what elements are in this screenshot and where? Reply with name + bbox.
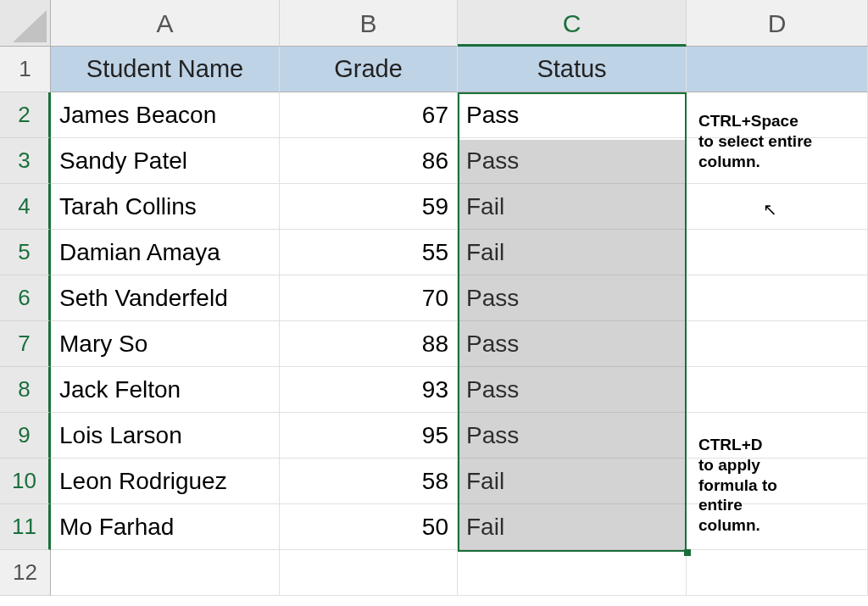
cell-B1[interactable]: Grade	[280, 47, 458, 92]
cell-D1[interactable]	[687, 47, 868, 92]
cell-A9[interactable]: Lois Larson	[51, 413, 280, 459]
cell-B10[interactable]: 58	[280, 459, 458, 504]
cell-B5[interactable]: 55	[280, 230, 458, 275]
cell-C8[interactable]: Pass	[458, 367, 687, 413]
column-header-D[interactable]: D	[687, 0, 868, 47]
cell-A6[interactable]: Seth Vanderfeld	[51, 275, 280, 321]
row-header-7[interactable]: 7	[0, 321, 51, 367]
column-header-C[interactable]: C	[458, 0, 687, 47]
row-header-10[interactable]: 10	[0, 459, 51, 504]
cell-D7[interactable]	[687, 321, 868, 367]
cell-B8[interactable]: 93	[280, 367, 458, 413]
row-header-9[interactable]: 9	[0, 413, 51, 459]
cell-C9[interactable]: Pass	[458, 413, 687, 459]
cell-C4[interactable]: Fail	[458, 184, 687, 230]
row-header-12[interactable]: 12	[0, 550, 51, 596]
table-row: Mary So88Pass	[51, 321, 868, 367]
table-row: Seth Vanderfeld70Pass	[51, 275, 868, 321]
cell-B2[interactable]: 67	[280, 92, 458, 138]
select-all-corner[interactable]	[0, 0, 51, 47]
cell-A2[interactable]: James Beacon	[51, 92, 280, 138]
column-headers: A B C D	[51, 0, 868, 47]
cell-A7[interactable]: Mary So	[51, 321, 280, 367]
header-row: Student NameGradeStatus	[51, 47, 868, 92]
table-row: Jack Felton93Pass	[51, 367, 868, 413]
cell-B6[interactable]: 70	[280, 275, 458, 321]
cell-C7[interactable]: Pass	[458, 321, 687, 367]
row-header-6[interactable]: 6	[0, 275, 51, 321]
cell-A8[interactable]: Jack Felton	[51, 367, 280, 413]
cell-C6[interactable]: Pass	[458, 275, 687, 321]
cell-C5[interactable]: Fail	[458, 230, 687, 275]
cell-C1[interactable]: Status	[458, 47, 687, 92]
cell-B12[interactable]	[280, 550, 458, 596]
row-header-4[interactable]: 4	[0, 184, 51, 230]
cell-D6[interactable]	[687, 275, 868, 321]
cell-A3[interactable]: Sandy Patel	[51, 138, 280, 184]
cell-B7[interactable]: 88	[280, 321, 458, 367]
cell-A10[interactable]: Leon Rodriguez	[51, 459, 280, 504]
row-header-1[interactable]: 1	[0, 47, 51, 92]
cell-D4[interactable]	[687, 184, 868, 230]
table-row	[51, 550, 868, 596]
cell-D12[interactable]	[687, 550, 868, 596]
cell-C12[interactable]	[458, 550, 687, 596]
cell-B9[interactable]: 95	[280, 413, 458, 459]
cell-A11[interactable]: Mo Farhad	[51, 504, 280, 550]
cell-C10[interactable]: Fail	[458, 459, 687, 504]
cell-A12[interactable]	[51, 550, 280, 596]
cell-C11[interactable]: Fail	[458, 504, 687, 550]
row-headers: 123456789101112	[0, 47, 51, 596]
cell-A5[interactable]: Damian Amaya	[51, 230, 280, 275]
cell-C3[interactable]: Pass	[458, 138, 687, 184]
cell-B11[interactable]: 50	[280, 504, 458, 550]
row-header-8[interactable]: 8	[0, 367, 51, 413]
table-row: Damian Amaya55Fail	[51, 230, 868, 275]
cell-B4[interactable]: 59	[280, 184, 458, 230]
cell-D5[interactable]	[687, 230, 868, 275]
row-header-3[interactable]: 3	[0, 138, 51, 184]
row-header-2[interactable]: 2	[0, 92, 51, 138]
cell-A4[interactable]: Tarah Collins	[51, 184, 280, 230]
annotation-ctrl-space: CTRL+Spaceto select entirecolumn.	[698, 111, 860, 171]
cell-C2[interactable]: Pass	[458, 92, 687, 138]
row-header-11[interactable]: 11	[0, 504, 51, 550]
column-header-B[interactable]: B	[280, 0, 458, 47]
column-header-A[interactable]: A	[51, 0, 280, 47]
row-header-5[interactable]: 5	[0, 230, 51, 275]
annotation-ctrl-d: CTRL+Dto applyformula toentirecolumn.	[698, 435, 860, 536]
cell-A1[interactable]: Student Name	[51, 47, 280, 92]
cell-D8[interactable]	[687, 367, 868, 413]
cell-B3[interactable]: 86	[280, 138, 458, 184]
table-row: Tarah Collins59Fail	[51, 184, 868, 230]
